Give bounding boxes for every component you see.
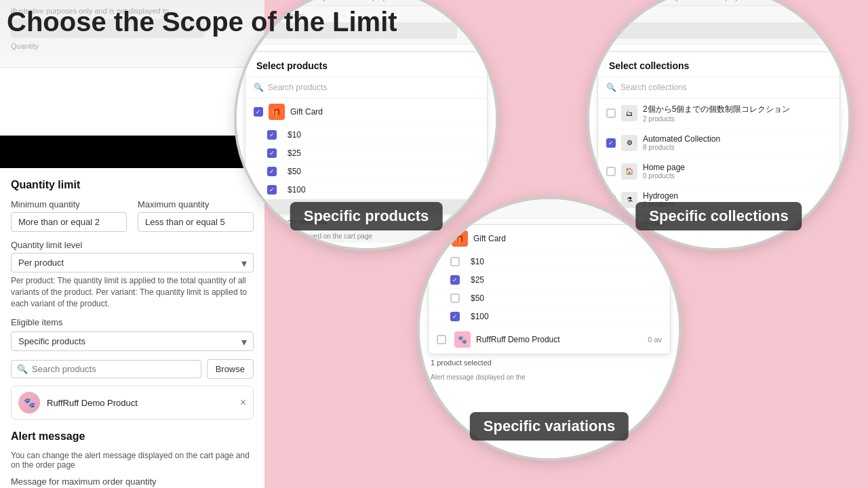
mag-giftcard-checkbox xyxy=(254,107,263,117)
eligible-items-group: Eligible items Specific products xyxy=(11,317,254,351)
mag-col-2-icon: 🏠 xyxy=(621,163,637,180)
mag-col-1-text: Automated Collection 8 products xyxy=(643,134,720,151)
mag-product-giftcard: 🎁 Gift Card xyxy=(245,98,487,126)
mag-col-title: Select collections xyxy=(598,52,840,77)
mag-col-0-title: 2個から5個までの個数制限コレクション xyxy=(643,104,790,115)
mag-10-label: $10 xyxy=(288,130,301,140)
eligible-select-wrapper: Specific products xyxy=(11,331,254,351)
magnifier-variations-circle: n products 🎁 Gift Card $10 xyxy=(417,197,682,461)
quantity-label-mini: Quantity xyxy=(11,42,254,50)
mag-quantity-label: Quantity xyxy=(462,27,488,35)
mag-col-1-count: 8 products xyxy=(643,144,720,151)
specific-variations-label: Specific variations xyxy=(470,412,629,441)
specific-collections-label: Specific collections xyxy=(635,202,802,230)
mag-var-sub-100: $100 xyxy=(429,308,670,326)
mag-giftcard-label: Gift Card xyxy=(290,107,323,117)
browse-button[interactable]: Browse xyxy=(207,359,254,379)
mag-var-10-label: $10 xyxy=(471,257,484,266)
eligible-select[interactable]: Specific products xyxy=(11,331,254,351)
mag-var-giftcard-label: Gift Card xyxy=(473,234,506,243)
mag-var-25-checkbox xyxy=(450,275,460,285)
mag-col-0-icon: 🗂 xyxy=(621,105,637,121)
eligible-items-label: Eligible items xyxy=(11,317,254,327)
mag-var-dialog: 🎁 Gift Card $10 $25 $50 xyxy=(428,224,671,384)
mag-col-2-count: 0 products xyxy=(643,172,685,180)
mag-25-checkbox xyxy=(267,148,277,158)
mag-sub-50: $50 xyxy=(245,163,487,181)
selected-product-tag: 🐾 RuffRuff Demo Product × xyxy=(11,386,254,420)
mag-var-sub-25: $25 xyxy=(429,271,670,289)
product-avatar: 🐾 xyxy=(18,392,40,413)
mag-var-50-checkbox xyxy=(450,293,460,303)
mag-var-25-label: $25 xyxy=(471,275,484,285)
mag-products-title: Select products xyxy=(245,52,487,77)
mag-col-search: 🔍 Search collections xyxy=(598,77,840,98)
mag-50-label: $50 xyxy=(288,167,301,176)
mag-var-giftcard-checkbox xyxy=(437,234,446,243)
mag-col-0-count: 2 products xyxy=(643,115,790,123)
mag-var-10-checkbox xyxy=(450,257,460,266)
mag-var-ruffruff: 🐾 RuffRuff Demo Product 0 av xyxy=(429,326,670,354)
left-panel: illustrative purposes only and is not di… xyxy=(0,0,264,488)
search-icon: 🔍 xyxy=(17,364,28,374)
max-msg-label: Message for maximum order quantity xyxy=(11,476,254,487)
mag-giftcard-icon: 🎁 xyxy=(269,104,285,120)
mag-col-min-input xyxy=(597,22,840,39)
mag-var-giftcard-icon: 🎁 xyxy=(452,230,468,247)
mag-products-search-text: Search products xyxy=(268,83,327,92)
mag-col-min-label: min xyxy=(597,12,840,20)
mag-sub-10: $10 xyxy=(245,126,487,144)
mag-sub-25: $25 xyxy=(245,144,487,163)
mag-100-label: $100 xyxy=(288,185,306,195)
mag-col-2-text: Home page 0 products xyxy=(643,163,685,180)
mag-var-ruffruff-icon: 🐾 xyxy=(454,331,471,348)
black-bar xyxy=(0,136,264,168)
product-name: RuffRuff Demo Product xyxy=(47,398,240,408)
limit-level-label: Quantity limit level xyxy=(11,240,254,250)
mag-col-2-checkbox xyxy=(606,167,616,176)
mag-var-ruffruff-label: RuffRuff Demo Product xyxy=(476,335,560,344)
search-products-input[interactable] xyxy=(32,364,195,374)
mag-var-sub-10: $10 xyxy=(429,253,670,271)
mag-var-ruffruff-count: 0 av xyxy=(648,336,662,344)
mag-products-search-icon: 🔍 xyxy=(254,83,264,92)
mag-var-50-label: $50 xyxy=(471,293,484,303)
min-quantity-label: Minimum quantity xyxy=(11,199,127,209)
mag-col-item-0: 🗂 2個から5個までの個数制限コレクション 2 products xyxy=(598,98,840,129)
limit-level-select[interactable]: Per product xyxy=(11,253,254,272)
mag-col-search-text: Search collections xyxy=(620,83,686,92)
mag-var-ruffruff-checkbox xyxy=(437,335,446,344)
mag-100-checkbox xyxy=(267,185,277,195)
mag-var-100-checkbox xyxy=(450,312,460,321)
min-quantity-input[interactable] xyxy=(11,212,127,232)
quantity-limit-section: Quantity limit xyxy=(11,179,254,191)
mag-var-100-label: $100 xyxy=(471,312,489,321)
mag-var-sub-50: $50 xyxy=(429,289,670,308)
mag-10-checkbox xyxy=(267,130,277,140)
alert-section: Alert message You can change the alert m… xyxy=(11,430,254,488)
mag-col-1-checkbox xyxy=(606,138,616,148)
limit-level-group: Quantity limit level Per product Per pro… xyxy=(11,240,254,309)
specific-products-label: Specific products xyxy=(290,202,443,230)
mag-var-footer: 1 product selected xyxy=(428,354,671,371)
mag-var-giftcard: 🎁 Gift Card xyxy=(429,225,670,253)
mag-col-0-checkbox xyxy=(606,108,616,118)
mag-col-1-title: Automated Collection xyxy=(643,134,720,144)
mag-col-1-icon: ⚙ xyxy=(621,135,637,151)
mag-col-search-icon: 🔍 xyxy=(606,83,616,92)
mag-products-search: 🔍 Search products xyxy=(245,77,487,98)
search-wrap: 🔍 xyxy=(11,360,201,378)
mag-col-0-text: 2個から5個までの個数制限コレクション 2 products xyxy=(643,104,790,123)
limit-level-select-wrapper: Per product xyxy=(11,253,254,272)
mag-50-checkbox xyxy=(267,167,277,176)
remove-product-button[interactable]: × xyxy=(240,396,246,409)
level-description: Per product: The quantity limit is appli… xyxy=(11,275,254,309)
min-quantity-group: Minimum quantity xyxy=(11,199,127,232)
page-title: Choose the Scope of the Limit xyxy=(7,7,397,37)
mag-var-alert-note: Alert message displayed on the xyxy=(428,371,671,384)
alert-description: You can change the alert message display… xyxy=(11,451,254,470)
alert-section-title: Alert message xyxy=(11,430,254,443)
mag-col-item-2: 🏠 Home page 0 products xyxy=(598,157,840,186)
mag-col-item-1: ⚙ Automated Collection 8 products xyxy=(598,129,840,157)
search-browse-row: 🔍 Browse xyxy=(11,359,254,379)
